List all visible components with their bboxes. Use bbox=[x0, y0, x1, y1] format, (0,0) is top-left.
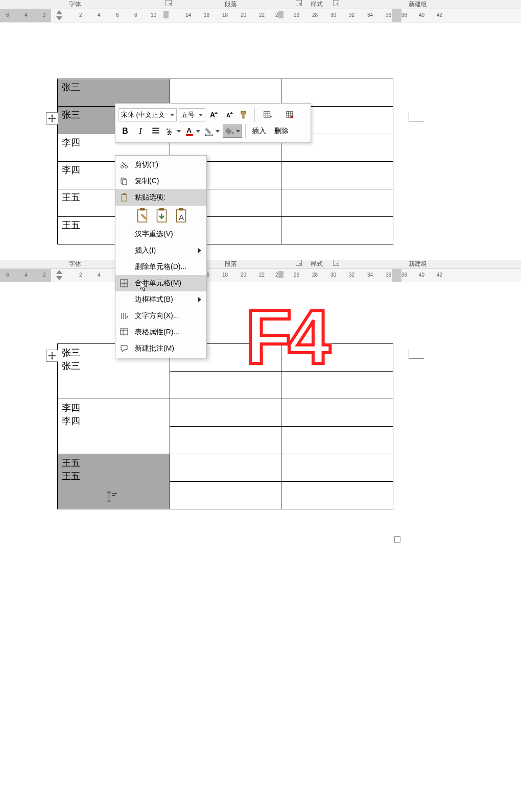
ruler-tick: 28 bbox=[312, 272, 318, 278]
dialog-launcher-styles[interactable] bbox=[331, 260, 339, 267]
ribbon-group-font: 字体 bbox=[69, 260, 81, 268]
table-cell[interactable] bbox=[170, 427, 281, 454]
table-cell[interactable] bbox=[281, 427, 393, 454]
table-row[interactable]: 李四 李四 bbox=[58, 399, 393, 427]
menu-text-direction[interactable]: A 文字方向(X)... bbox=[115, 308, 206, 324]
menu-insert[interactable]: 插入(I) bbox=[115, 242, 206, 259]
table-row[interactable]: 王五 bbox=[58, 189, 393, 217]
table-row[interactable]: 张三 张三 bbox=[58, 344, 393, 372]
mini-toolbar[interactable]: 宋体 (中文正文 五号 A A B I abc变 A 插入 删除 bbox=[115, 103, 311, 143]
indent-marker[interactable] bbox=[56, 270, 62, 280]
dialog-launcher-styles[interactable] bbox=[331, 0, 339, 8]
svg-rect-28 bbox=[123, 180, 127, 185]
table-cell[interactable] bbox=[170, 399, 281, 427]
table-cell-merged[interactable]: 李四 李四 bbox=[58, 399, 170, 454]
table-cell[interactable] bbox=[281, 217, 393, 244]
table-row[interactable]: 张三 bbox=[58, 79, 393, 107]
table-insert-dropdown[interactable] bbox=[258, 108, 278, 121]
table-row[interactable]: 王五 bbox=[58, 217, 393, 244]
menu-label: 边框样式(B) bbox=[135, 295, 198, 304]
ruler-tick: 16 bbox=[204, 12, 209, 18]
menu-cut[interactable]: 剪切(T) bbox=[115, 157, 206, 173]
svg-point-22 bbox=[231, 132, 234, 134]
ruler-tick: 8 bbox=[134, 12, 137, 18]
merge-cells-icon bbox=[119, 278, 130, 289]
ribbon-group-new: 新建组 bbox=[409, 0, 427, 9]
ruler-tab-stop[interactable] bbox=[163, 11, 169, 18]
dialog-launcher-font[interactable] bbox=[163, 0, 172, 8]
horizontal-ruler[interactable]: 6 4 2 2 4 6 8 10 14 16 18 20 22 2 26 28 … bbox=[0, 269, 521, 282]
menu-delete-cells[interactable]: 删除单元格(D)... bbox=[115, 259, 206, 275]
shrink-font-button[interactable]: A bbox=[223, 108, 236, 121]
table-cell[interactable] bbox=[281, 482, 393, 509]
caret-down-icon bbox=[216, 130, 220, 133]
blank-icon bbox=[119, 261, 130, 273]
menu-table-properties[interactable]: 表格属性(R)... bbox=[115, 324, 206, 340]
table-cell[interactable] bbox=[281, 162, 393, 189]
caret-down-icon bbox=[199, 114, 203, 116]
font-size-dropdown[interactable]: 五号 bbox=[179, 108, 205, 121]
text-direction-icon: A bbox=[119, 310, 130, 322]
table-cell-merged-selected[interactable]: 王五 王五 bbox=[58, 454, 170, 509]
table-delete-dropdown[interactable] bbox=[280, 108, 301, 121]
indent-marker[interactable] bbox=[56, 10, 62, 20]
table-move-handle[interactable] bbox=[46, 112, 58, 125]
table-cell[interactable] bbox=[170, 79, 281, 107]
grow-font-button[interactable]: A bbox=[207, 108, 221, 121]
menu-hanzi-reselect[interactable]: 汉字重选(V) bbox=[115, 226, 206, 242]
table-cell[interactable] bbox=[170, 482, 281, 509]
svg-line-26 bbox=[122, 162, 126, 166]
menu-label: 表格属性(R)... bbox=[135, 328, 201, 337]
table-cell[interactable] bbox=[281, 189, 393, 217]
phonetic-guide-button[interactable]: abc变 bbox=[164, 125, 182, 138]
ruler-tab-stop[interactable] bbox=[278, 11, 283, 18]
table-move-handle[interactable] bbox=[46, 350, 58, 362]
menu-border-styles[interactable]: 边框样式(B) bbox=[115, 291, 206, 308]
ribbon-group-styles: 样式 bbox=[311, 0, 323, 9]
launcher-icon bbox=[296, 0, 302, 6]
blank-icon bbox=[119, 229, 130, 240]
bold-button[interactable]: B bbox=[119, 125, 132, 138]
dialog-launcher-paragraph[interactable] bbox=[294, 260, 302, 267]
font-name-dropdown[interactable]: 宋体 (中文正文 bbox=[119, 108, 177, 121]
ruler-tab-stop[interactable] bbox=[278, 271, 283, 278]
shading-button[interactable] bbox=[223, 125, 242, 138]
menu-paste-options[interactable]: 粘贴选项: bbox=[115, 189, 206, 206]
menu-copy[interactable]: 复制(C) bbox=[115, 173, 206, 189]
table-cell[interactable] bbox=[281, 454, 393, 482]
document-page-1[interactable]: 张三 张三 李四 李四 王五 王五 bbox=[0, 22, 521, 260]
svg-rect-34 bbox=[159, 208, 164, 211]
table-cell[interactable] bbox=[170, 454, 281, 482]
cell-line: 李四 bbox=[62, 414, 165, 428]
ruler-tick: 2 bbox=[275, 272, 278, 278]
svg-point-24 bbox=[125, 166, 128, 168]
italic-icon: I bbox=[139, 127, 141, 136]
format-painter-button[interactable] bbox=[238, 108, 251, 121]
ruler-tick: 36 bbox=[386, 272, 391, 278]
table-row[interactable]: 李四 bbox=[58, 162, 393, 189]
table-resize-handle[interactable] bbox=[394, 536, 400, 543]
delete-button[interactable]: 删除 bbox=[271, 127, 292, 136]
paste-keep-source[interactable] bbox=[135, 208, 151, 224]
horizontal-ruler[interactable]: 6 4 2 2 4 6 8 10 14 16 18 20 22 2 26 28 … bbox=[0, 9, 521, 22]
font-color-button[interactable]: A bbox=[184, 125, 201, 138]
highlight-button[interactable] bbox=[203, 125, 221, 138]
paste-text-only[interactable]: A bbox=[174, 208, 190, 224]
page-corner-mark bbox=[409, 350, 424, 359]
menu-merge-cells[interactable]: 合并单元格(M) bbox=[115, 275, 206, 291]
table-cell[interactable]: 张三 bbox=[58, 79, 170, 107]
italic-button[interactable]: I bbox=[134, 125, 147, 138]
menu-new-comment[interactable]: 新建批注(M) bbox=[115, 340, 206, 357]
paste-merge-format[interactable] bbox=[154, 208, 171, 224]
document-table-2[interactable]: 张三 张三 李四 李四 王五 王五 bbox=[57, 343, 393, 509]
ruler-tick: 38 bbox=[401, 272, 407, 278]
context-menu[interactable]: 剪切(T) 复制(C) 粘贴选项: A 汉字重选(V) 插入(I) 删除单元格(… bbox=[115, 155, 207, 358]
ruler-tick: 34 bbox=[367, 272, 373, 278]
insert-button[interactable]: 插入 bbox=[249, 127, 269, 136]
table-row[interactable]: 王五 王五 bbox=[58, 454, 393, 482]
table-cell[interactable] bbox=[281, 79, 393, 107]
ribbon-group-styles: 样式 bbox=[311, 260, 323, 268]
align-button[interactable] bbox=[149, 125, 162, 138]
table-cell[interactable] bbox=[281, 399, 393, 427]
dialog-launcher-paragraph[interactable] bbox=[294, 0, 302, 8]
